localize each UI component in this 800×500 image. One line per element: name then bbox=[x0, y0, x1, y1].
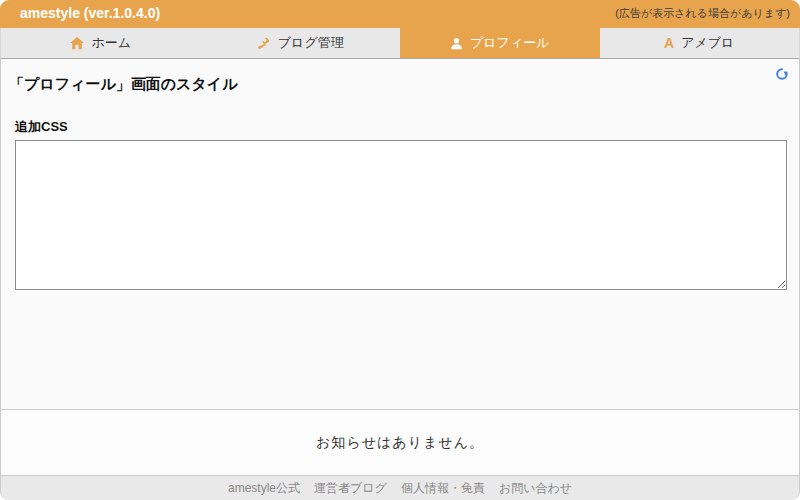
ameblo-icon: A bbox=[664, 36, 674, 50]
app-title: amestyle (ver.1.0.4.0) bbox=[20, 5, 160, 21]
person-icon bbox=[450, 37, 463, 50]
footer: amestyle公式 運営者ブログ 個人情報・免責 お問い合わせ bbox=[0, 475, 800, 500]
tab-ameblo[interactable]: A アメブロ bbox=[600, 28, 800, 58]
wrench-icon bbox=[257, 36, 271, 50]
notice-section: お知らせはありません。 bbox=[0, 409, 800, 475]
refresh-icon bbox=[775, 67, 789, 81]
app-window: amestyle (ver.1.0.4.0) (広告が表示される場合があります)… bbox=[0, 0, 800, 500]
tab-label: プロフィール bbox=[470, 34, 550, 52]
tab-label: アメブロ bbox=[681, 34, 734, 52]
tab-profile[interactable]: プロフィール bbox=[400, 28, 600, 58]
tab-label: ブログ管理 bbox=[278, 34, 344, 52]
additional-css-input[interactable] bbox=[15, 140, 787, 290]
home-icon bbox=[70, 37, 84, 50]
page-title: 「プロフィール」画面のスタイル bbox=[9, 59, 791, 94]
tab-home[interactable]: ホーム bbox=[1, 28, 201, 58]
tab-bar: ホーム ブログ管理 プロフィール A アメブロ bbox=[0, 28, 800, 59]
notice-message: お知らせはありません。 bbox=[316, 434, 484, 452]
title-bar: amestyle (ver.1.0.4.0) (広告が表示される場合があります) bbox=[0, 0, 800, 28]
footer-link-blog[interactable]: 運営者ブログ bbox=[314, 480, 387, 497]
refresh-button[interactable] bbox=[774, 66, 790, 82]
tab-label: ホーム bbox=[91, 34, 131, 52]
additional-css-label: 追加CSS bbox=[15, 118, 791, 136]
footer-link-official[interactable]: amestyle公式 bbox=[228, 480, 300, 497]
footer-link-contact[interactable]: お問い合わせ bbox=[499, 480, 572, 497]
ad-disclaimer: (広告が表示される場合があります) bbox=[615, 6, 790, 21]
footer-link-privacy[interactable]: 個人情報・免責 bbox=[401, 480, 485, 497]
tab-blog-admin[interactable]: ブログ管理 bbox=[201, 28, 401, 58]
main-content: 「プロフィール」画面のスタイル 追加CSS bbox=[0, 59, 800, 409]
